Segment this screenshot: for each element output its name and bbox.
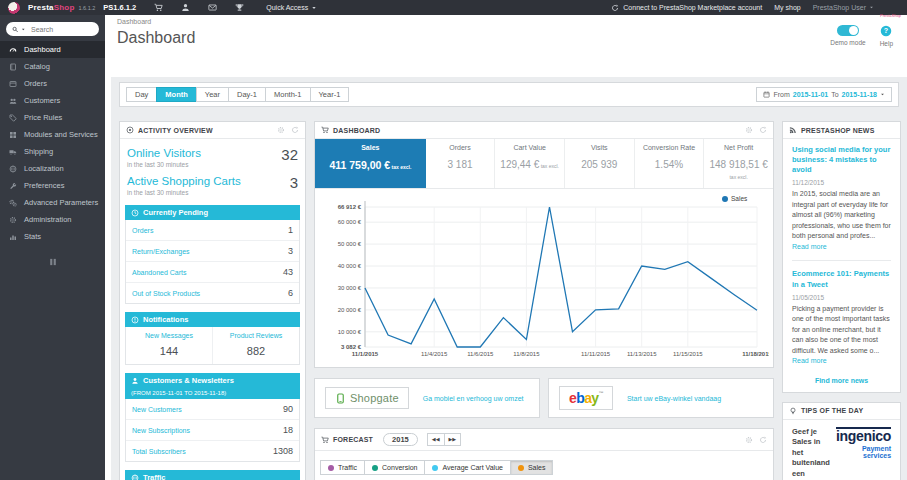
collapse-menu-icon[interactable] [48, 257, 58, 267]
ebay-link[interactable]: Start uw eBay-winkel vandaag [627, 395, 721, 402]
kpi-label: Visits [567, 144, 632, 151]
list-item-orders[interactable]: Orders1 [126, 220, 299, 241]
sidebar-search[interactable] [6, 22, 99, 36]
sidebar-item-shipping[interactable]: Shipping [0, 143, 105, 160]
range-button-group: DayMonthYearDay-1Month-1Year-1 [126, 87, 349, 103]
kpi-tile-visits[interactable]: Visits205 939 [565, 139, 635, 188]
search-scope-caret-icon[interactable] [21, 27, 26, 32]
range-button-day-1[interactable]: Day-1 [228, 87, 266, 103]
panel-controls [745, 126, 767, 134]
customers-quick-icon[interactable] [181, 3, 190, 12]
sidebar-item-administration[interactable]: Administration [0, 211, 105, 228]
refresh-icon[interactable] [759, 436, 767, 444]
right-column: PRESTASHOP NEWS Using social media for y… [782, 121, 901, 480]
ebay-logo: ebay™ [559, 386, 613, 410]
list-item-new-customers[interactable]: New Customers90 [126, 399, 299, 420]
sidebar-item-dashboard[interactable]: Dashboard [0, 41, 105, 58]
activity-panel-title: ACTIVITY OVERVIEW [138, 127, 213, 134]
sidebar-item-preferences[interactable]: Preferences [0, 177, 105, 194]
sidebar-item-catalog[interactable]: Catalog [0, 58, 105, 75]
sales-series-line [365, 207, 757, 347]
sidebar-item-price-rules[interactable]: Price Rules [0, 109, 105, 126]
kpi-tile-orders[interactable]: Orders3 181 [426, 139, 496, 188]
list-item-return-exchanges[interactable]: Return/Exchanges3 [126, 241, 299, 262]
shopgate-banner[interactable]: Shopgate Ga mobiel en verhoog uw omzet [314, 378, 540, 418]
quick-access-menu[interactable]: Quick Access [266, 4, 317, 11]
row-label: Orders [132, 227, 153, 234]
help-icon[interactable]: ? [880, 25, 892, 37]
refresh-icon[interactable] [291, 126, 299, 134]
list-item-out-of-stock-products[interactable]: Out of Stock Products6 [126, 283, 299, 303]
demo-mode-label: Demo mode [830, 39, 865, 46]
list-item-new-subscriptions[interactable]: New Subscriptions18 [126, 420, 299, 441]
sidebar-item-stats[interactable]: Stats [0, 228, 105, 245]
legend-dot-average-cart-value [432, 465, 438, 471]
my-shop-link[interactable]: My shop [774, 4, 800, 11]
forecast-toggle-traffic[interactable]: Traffic [320, 460, 365, 475]
forecast-toggle-average-cart-value[interactable]: Average Cart Value [424, 460, 510, 475]
metric-label[interactable]: Active Shopping Carts [127, 175, 298, 187]
range-button-year-1[interactable]: Year-1 [310, 87, 350, 103]
ebay-logo-text: ebay™ [569, 391, 603, 405]
search-input[interactable] [29, 25, 93, 34]
sidebar-item-label: Dashboard [24, 45, 61, 54]
read-more-link[interactable]: Read more [792, 243, 827, 250]
forecast-year-pill[interactable]: 2015 [383, 433, 418, 446]
kpi-tile-net-profit[interactable]: Net Profit148 918,51 € tax excl. [704, 139, 773, 188]
cart-icon[interactable] [154, 3, 163, 12]
fast-forward-icon[interactable]: ▶▶ [444, 433, 462, 446]
article-title[interactable]: Ecommerce 101: Payments in a Tweet [792, 269, 891, 289]
svg-text:50 000 €: 50 000 € [338, 241, 362, 247]
sidebar-item-advanced-parameters[interactable]: Advanced Parameters [0, 194, 105, 211]
legend-dot[interactable] [722, 196, 728, 202]
forecast-panel-header: FORECAST 2015 ◀◀ ▶▶ [315, 429, 773, 451]
notification-cell-product-reviews[interactable]: Product Reviews882 [212, 327, 299, 364]
sidebar-item-modules-and-services[interactable]: Modules and Services [0, 126, 105, 143]
kpi-label: Sales [317, 144, 424, 151]
activity-panel-body: Online Visitorsin the last 30 minutes32A… [120, 139, 305, 480]
forecast-toggle-conversion[interactable]: Conversion [364, 460, 425, 475]
messages-icon[interactable] [208, 3, 217, 12]
list-item-total-subscribers[interactable]: Total Subscribers1308 [126, 441, 299, 461]
kpi-tile-sales[interactable]: Sales411 759,00 € tax excl. [315, 139, 426, 188]
gear-icon[interactable] [277, 126, 285, 134]
refresh-icon[interactable] [759, 126, 767, 134]
article-title[interactable]: Using social media for your business: 4 … [792, 145, 891, 175]
sidebar-item-orders[interactable]: Orders [0, 75, 105, 92]
range-button-month-1[interactable]: Month-1 [265, 87, 311, 103]
activity-panel-header: ACTIVITY OVERVIEW [120, 122, 305, 139]
ebay-banner[interactable]: ebay™ Start uw eBay-winkel vandaag [548, 378, 774, 418]
svg-text:10 000 €: 10 000 € [338, 329, 362, 335]
gear-icon[interactable] [745, 436, 753, 444]
demo-mode-toggle[interactable] [837, 25, 859, 36]
notification-cell-new-messages[interactable]: New Messages144 [126, 327, 212, 364]
range-button-year[interactable]: Year [196, 87, 229, 103]
trophy-icon[interactable] [235, 3, 244, 12]
forecast-toggle-sales[interactable]: Sales [510, 460, 554, 475]
ebay-letter: b [576, 390, 584, 406]
fast-backward-icon[interactable]: ◀◀ [427, 433, 445, 446]
user-menu[interactable]: PrestaShop User [813, 4, 874, 11]
read-more-link[interactable]: Read more [792, 357, 827, 364]
find-more-news-link[interactable]: Find more news [792, 377, 891, 384]
list-item-abandoned-carts[interactable]: Abandoned Carts43 [126, 262, 299, 283]
sidebar-item-customers[interactable]: Customers [0, 92, 105, 109]
metric-label[interactable]: Online Visitors [127, 147, 298, 159]
shopgate-link[interactable]: Ga mobiel en verhoog uw omzet [423, 395, 524, 402]
metric-value: 3 [290, 174, 298, 191]
breadcrumb[interactable]: Dashboard [117, 18, 895, 25]
lightbulb-icon [789, 407, 797, 415]
marketplace-link[interactable]: Connect to PrestaShop Marketplace accoun… [611, 4, 762, 12]
kpi-value: 205 939 [567, 159, 632, 170]
kpi-tile-cart-value[interactable]: Cart Value129,44 € tax excl. [495, 139, 565, 188]
sidebar-item-localization[interactable]: Localization [0, 160, 105, 177]
date-range-picker[interactable]: From 2015-11-01 To 2015-11-18 [756, 87, 892, 102]
kpi-label: Cart Value [497, 144, 562, 151]
kpi-tile-conversion-rate[interactable]: Conversion Rate1.54% [635, 139, 705, 188]
avatar[interactable]: PrestaShop [886, 1, 899, 14]
range-button-month[interactable]: Month [156, 87, 197, 103]
range-button-day[interactable]: Day [126, 87, 157, 103]
gear-icon[interactable] [745, 126, 753, 134]
row-label: Abandoned Carts [132, 269, 186, 276]
dashboard-panel-title: DASHBOARD [333, 127, 380, 134]
